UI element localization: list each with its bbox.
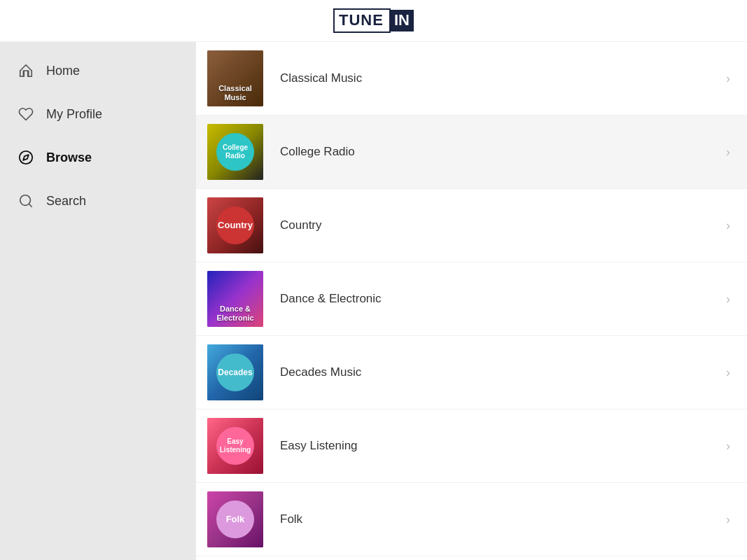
compass-icon: [17, 148, 35, 167]
folk-chevron: ›: [726, 512, 747, 527]
classical-music-thumb: ClassicalMusic: [207, 50, 263, 106]
sidebar-item-browse[interactable]: Browse: [0, 136, 196, 179]
easy-thumb-label: EasyListening: [216, 427, 254, 465]
list-item[interactable]: Country Country ›: [196, 189, 747, 262]
country-thumb: Country: [207, 197, 263, 253]
sidebar-label-search: Search: [46, 194, 86, 209]
sidebar-label-my-profile: My Profile: [46, 107, 102, 122]
svg-line-3: [29, 204, 32, 206]
main-layout: Home My Profile Browse: [0, 42, 747, 560]
sidebar-item-home[interactable]: Home: [0, 49, 196, 92]
list-item[interactable]: EasyListening Easy Listening ›: [196, 410, 747, 483]
college-radio-thumb: CollegeRadio: [207, 124, 263, 180]
college-thumb-label: CollegeRadio: [216, 133, 254, 171]
country-thumb-label: Country: [216, 206, 254, 244]
list-item[interactable]: Decades Decades Music ›: [196, 336, 747, 410]
decades-music-label: Decades Music: [274, 365, 726, 379]
heart-icon: [17, 105, 35, 123]
easy-thumb: EasyListening: [207, 418, 263, 474]
college-radio-label: College Radio: [274, 145, 726, 159]
folk-label: Folk: [274, 512, 726, 526]
home-icon: [17, 62, 35, 80]
folk-thumb: Folk: [207, 491, 263, 547]
sidebar-label-browse: Browse: [46, 150, 92, 165]
country-label: Country: [274, 218, 726, 232]
country-chevron: ›: [726, 218, 747, 233]
list-item[interactable]: CollegeRadio College Radio ›: [196, 115, 747, 189]
folk-thumb-label: Folk: [216, 500, 254, 538]
tunein-logo[interactable]: TUNEIN: [333, 8, 414, 32]
dance-electronic-chevron: ›: [726, 292, 747, 307]
decades-thumb: Decades: [207, 344, 263, 400]
list-item[interactable]: Dance &Electronic Dance & Electronic ›: [196, 262, 747, 336]
classical-thumb-text: ClassicalMusic: [207, 84, 263, 102]
easy-listening-label: Easy Listening: [274, 439, 726, 453]
classical-music-label: Classical Music: [274, 71, 726, 85]
list-item[interactable]: ClassicalMusic Classical Music ›: [196, 42, 747, 115]
decades-thumb-label: Decades: [216, 354, 254, 391]
svg-point-0: [20, 151, 32, 164]
sidebar-item-my-profile[interactable]: My Profile: [0, 92, 196, 136]
dance-electronic-label: Dance & Electronic: [274, 292, 726, 306]
logo-in-text: IN: [390, 10, 414, 31]
app-header: TUNEIN: [0, 0, 747, 42]
sidebar: Home My Profile Browse: [0, 42, 196, 560]
logo-tune-text: TUNE: [333, 8, 391, 32]
list-item[interactable]: Folk Folk ›: [196, 483, 747, 556]
decades-music-chevron: ›: [726, 365, 747, 380]
classical-music-chevron: ›: [726, 71, 747, 86]
dance-thumb: Dance &Electronic: [207, 271, 263, 327]
sidebar-item-search[interactable]: Search: [0, 179, 196, 223]
college-radio-chevron: ›: [726, 145, 747, 160]
svg-marker-1: [23, 155, 29, 160]
browse-content[interactable]: ClassicalMusic Classical Music › College…: [196, 42, 747, 560]
search-icon: [17, 192, 35, 210]
dance-thumb-text: Dance &Electronic: [207, 304, 263, 323]
easy-listening-chevron: ›: [726, 439, 747, 454]
sidebar-label-home: Home: [46, 64, 80, 78]
